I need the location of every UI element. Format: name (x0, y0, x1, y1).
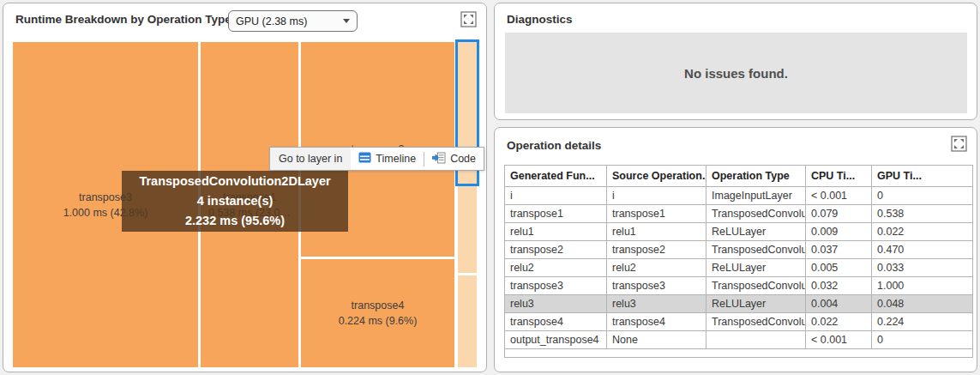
table-cell: transpose1 (607, 205, 706, 223)
operation-table-body: iiImageInputLayer< 0.0010transpose1trans… (505, 187, 973, 349)
table-cell: i (607, 187, 706, 205)
column-header-source-operation[interactable]: Source Operation... (607, 166, 706, 187)
table-row[interactable]: iiImageInputLayer< 0.0010 (505, 187, 973, 205)
tooltip-instances: 4 instance(s) (197, 191, 274, 211)
table-cell: transpose3 (607, 277, 706, 295)
table-cell: transpose2 (607, 241, 706, 259)
table-cell: relu1 (505, 223, 607, 241)
table-cell: TransposedConvolut... (706, 313, 806, 331)
table-row[interactable]: transpose3transpose3TransposedConvolut..… (505, 277, 973, 295)
table-row[interactable]: relu1relu1ReLULayer0.0090.022 (505, 223, 973, 241)
go-to-layer-label: Go to layer in (270, 148, 351, 170)
table-cell: 0 (872, 331, 973, 349)
table-row[interactable]: relu3relu3ReLULayer0.0040.048 (505, 295, 973, 313)
table-cell: transpose2 (505, 241, 607, 259)
diagnostics-message-box: No issues found. (505, 33, 967, 113)
table-cell: transpose4 (607, 313, 706, 331)
table-row[interactable]: relu2relu2ReLULayer0.0050.033 (505, 259, 973, 277)
block-value: 0.224 ms (9.6%) (339, 313, 418, 329)
table-cell: transpose1 (505, 205, 607, 223)
table-cell: 0.033 (872, 259, 973, 277)
treemap-block-relu1[interactable] (458, 275, 477, 367)
table-cell: 0.032 (806, 277, 872, 295)
table-cell: 0.538 (872, 205, 973, 223)
column-header-operation-type[interactable]: Operation Type (706, 166, 806, 187)
table-cell: ReLULayer (706, 259, 806, 277)
operation-details-panel: Operation details Generated Fun... Sourc… (494, 127, 977, 372)
table-cell: relu2 (607, 259, 706, 277)
table-cell: relu2 (505, 259, 607, 277)
panel-title: Diagnostics (507, 13, 573, 26)
device-dropdown-value: GPU (2.38 ms) (236, 15, 340, 27)
table-header-row: Generated Fun... Source Operation... Ope… (505, 166, 973, 187)
diagnostics-panel: Diagnostics No issues found. (494, 3, 977, 120)
table-cell: transpose3 (505, 277, 607, 295)
column-header-cpu-time[interactable]: CPU Ti... (806, 166, 872, 187)
table-row[interactable]: transpose2transpose2TransposedConvolut..… (505, 241, 973, 259)
panel-title: Operation details (507, 139, 601, 152)
table-cell: ReLULayer (706, 223, 806, 241)
table-cell: i (505, 187, 607, 205)
table-cell: output_transpose4 (505, 331, 607, 349)
table-cell: 0.004 (806, 295, 872, 313)
chevron-down-icon (343, 19, 350, 23)
table-cell: 0.079 (806, 205, 872, 223)
table-cell: relu3 (505, 295, 607, 313)
timeline-button[interactable]: Timeline (351, 148, 424, 170)
treemap-block-relu2[interactable] (458, 186, 477, 273)
table-cell: relu1 (607, 223, 706, 241)
table-cell: transpose4 (505, 313, 607, 331)
diagnostics-message: No issues found. (684, 66, 788, 81)
table-row[interactable]: output_transpose4None< 0.0010 (505, 331, 973, 349)
block-label: transpose4 (352, 298, 405, 313)
panel-title: Runtime Breakdown by Operation Type (15, 13, 231, 26)
tooltip-total-time: 2.232 ms (95.6%) (185, 211, 285, 231)
treemap-block-transpose4[interactable]: transpose4 0.224 ms (9.6%) (301, 259, 454, 367)
table-cell: 0.224 (872, 313, 973, 331)
table-cell: TransposedConvolut... (706, 205, 806, 223)
table-cell: ImageInputLayer (706, 187, 806, 205)
table-cell: 1.000 (872, 277, 973, 295)
table-cell: ReLULayer (706, 295, 806, 313)
table-cell: 0.005 (806, 259, 872, 277)
code-button[interactable]: Code (424, 148, 484, 170)
table-cell: TransposedConvolut... (706, 277, 806, 295)
device-dropdown[interactable]: GPU (2.38 ms) (228, 10, 358, 32)
table-cell: TransposedConvolut... (706, 241, 806, 259)
column-header-gpu-time[interactable]: GPU Ti... (872, 166, 973, 187)
table-filler-row (505, 349, 973, 358)
timeline-icon (358, 152, 371, 166)
table-row[interactable]: transpose1transpose1TransposedConvolut..… (505, 205, 973, 223)
table-cell (706, 331, 806, 349)
go-to-layer-popup: Go to layer in Timeline (269, 147, 484, 171)
runtime-breakdown-panel: Runtime Breakdown by Operation Type GPU … (3, 3, 487, 372)
table-cell: 0.022 (806, 313, 872, 331)
code-button-label: Code (450, 153, 476, 165)
operation-details-table: Generated Fun... Source Operation... Ope… (504, 165, 973, 358)
table-cell: None (607, 331, 706, 349)
table-cell: 0.009 (806, 223, 872, 241)
table-cell: 0.470 (872, 241, 973, 259)
timeline-button-label: Timeline (376, 153, 416, 165)
table-cell: 0.037 (806, 241, 872, 259)
table-cell: < 0.001 (806, 331, 872, 349)
table-cell: 0.022 (872, 223, 973, 241)
table-cell: relu3 (607, 295, 706, 313)
column-header-generated-function[interactable]: Generated Fun... (505, 166, 607, 187)
table-cell: 0 (872, 187, 973, 205)
expand-icon[interactable] (951, 136, 967, 152)
treemap-tooltip: TransposedConvolution2DLayer 4 instance(… (122, 171, 348, 232)
table-row[interactable]: transpose4transpose4TransposedConvolut..… (505, 313, 973, 331)
table-cell: < 0.001 (806, 187, 872, 205)
table-cell: 0.048 (872, 295, 973, 313)
code-icon (432, 152, 446, 166)
tooltip-layer-type: TransposedConvolution2DLayer (139, 172, 330, 191)
expand-icon[interactable] (460, 11, 477, 27)
